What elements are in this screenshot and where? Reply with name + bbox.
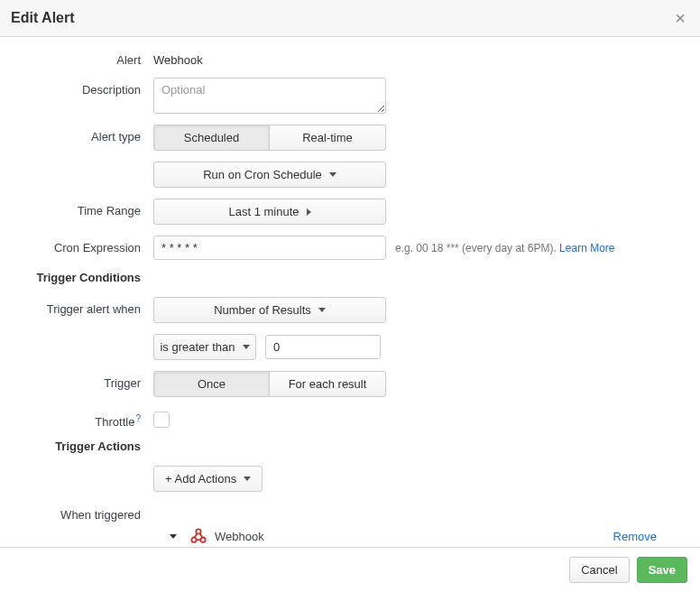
modal-title: Edit Alert (11, 10, 75, 26)
chevron-down-icon (318, 308, 326, 312)
trigger-actions-heading: Trigger Actions (0, 439, 153, 453)
scheduled-button[interactable]: Scheduled (153, 125, 270, 151)
trigger-label: Trigger (0, 371, 153, 397)
chevron-down-icon (243, 345, 250, 349)
svg-point-1 (191, 538, 196, 542)
trigger-conditions-heading: Trigger Conditions (0, 271, 153, 284)
cancel-button[interactable]: Cancel (569, 557, 629, 583)
comparator-dropdown[interactable]: is greater than (153, 334, 256, 360)
threshold-input[interactable] (265, 335, 381, 359)
alert-label: Alert (0, 48, 153, 67)
description-input[interactable] (153, 78, 386, 114)
add-actions-button[interactable]: + Add Actions (153, 466, 262, 492)
trigger-mode-toggle: Once For each result (153, 371, 386, 397)
time-range-label: Time Range (0, 199, 153, 225)
webhook-icon (189, 527, 207, 545)
chevron-right-icon (307, 208, 311, 216)
time-range-dropdown[interactable]: Last 1 minute (153, 199, 386, 225)
alert-type-label: Alert type (0, 125, 153, 151)
time-range-value: Last 1 minute (228, 205, 299, 218)
cron-hint: e.g. 00 18 *** (every day at 6PM). Learn… (395, 242, 614, 254)
cron-label: Cron Expression (0, 236, 153, 260)
trigger-condition-value: Number of Results (214, 303, 311, 317)
add-actions-label: + Add Actions (165, 472, 236, 486)
schedule-type-label: Run on Cron Schedule (203, 168, 322, 181)
modal-header: Edit Alert × (0, 0, 700, 37)
trigger-when-label: Trigger alert when (0, 297, 153, 323)
learn-more-link[interactable]: Learn More (559, 242, 614, 254)
chevron-down-icon (244, 476, 251, 481)
close-icon[interactable]: × (675, 9, 686, 27)
cron-input[interactable] (153, 236, 386, 260)
trigger-foreach-button[interactable]: For each result (270, 371, 386, 397)
trigger-condition-dropdown[interactable]: Number of Results (153, 297, 386, 323)
save-button[interactable]: Save (637, 557, 687, 583)
alert-value: Webhook (153, 48, 203, 67)
description-label: Description (0, 78, 153, 114)
modal-footer: Cancel Save (0, 547, 700, 592)
alert-type-toggle: Scheduled Real-time (153, 125, 386, 151)
svg-point-2 (200, 538, 205, 542)
modal-body: Alert Webhook Description Alert type Sch… (0, 37, 700, 547)
realtime-button[interactable]: Real-time (270, 125, 386, 151)
throttle-checkbox[interactable] (153, 412, 170, 428)
comparator-value: is greater than (160, 340, 235, 354)
collapse-icon[interactable] (170, 534, 177, 539)
chevron-down-icon (329, 172, 336, 177)
help-icon[interactable]: ? (135, 413, 141, 423)
throttle-label: Throttle? (0, 408, 153, 429)
when-triggered-label: When triggered (0, 503, 153, 522)
remove-action-link[interactable]: Remove (613, 530, 657, 543)
trigger-once-button[interactable]: Once (153, 371, 270, 397)
action-item: Webhook Remove (170, 527, 657, 545)
schedule-type-dropdown[interactable]: Run on Cron Schedule (153, 162, 386, 188)
action-name: Webhook (215, 530, 264, 543)
